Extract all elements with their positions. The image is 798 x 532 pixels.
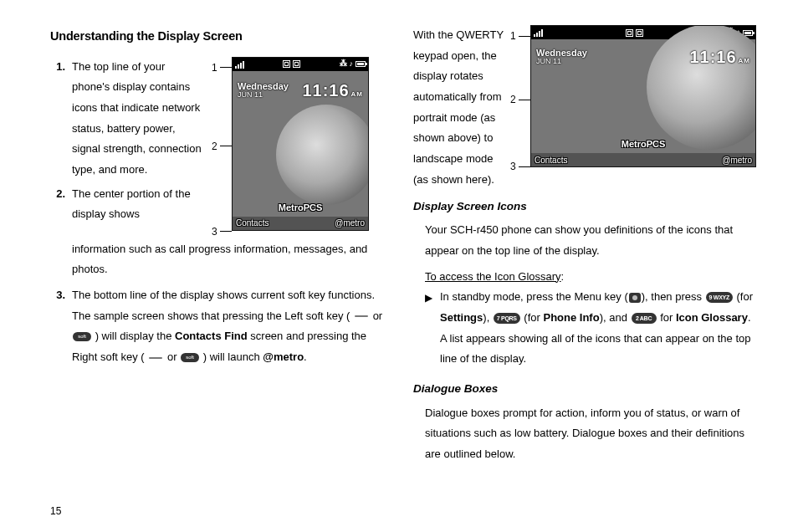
status-bar: ⁂ ♪ <box>233 58 368 71</box>
list-item: 3. The bottom line of the display shows … <box>50 285 390 368</box>
list-number: 3. <box>50 285 72 368</box>
step-item: ▶ In standby mode, press the Menu key ()… <box>425 287 756 370</box>
figure-landscape-phone: 1 2 3 ⁂ ♪ <box>510 25 756 174</box>
date: JUN 11 <box>536 58 587 66</box>
battery-icon <box>356 61 366 67</box>
bluetooth-icon: ⁂ <box>340 57 347 71</box>
day-of-week: Wednesday <box>238 81 289 91</box>
softkey-pill-icon: soft <box>181 353 199 362</box>
callout-label: 1 <box>510 27 517 46</box>
step-text: In standby mode, press the Menu key (), … <box>440 287 756 370</box>
right-softkey-label: @metro <box>335 215 365 231</box>
signal-icon <box>534 28 543 37</box>
signal-icon <box>235 60 244 69</box>
bold-atmetro: @metro <box>263 350 304 363</box>
softkey-line-icon <box>149 357 162 359</box>
body-text: Your SCH-r450 phone can show you definit… <box>425 220 756 261</box>
figure-portrait-phone: 1 2 3 ⁂ ♪ <box>212 57 390 239</box>
clock: 11:16AM <box>302 74 363 106</box>
clock: 11:16AM <box>689 41 750 73</box>
link-icon-glossary: To access the Icon Glossary <box>425 270 561 283</box>
date: JUN 11 <box>238 91 289 100</box>
subheading-dialogue-boxes: Dialogue Boxes <box>413 378 756 400</box>
softkey-pill-icon: soft <box>73 332 91 341</box>
callout-label: 3 <box>212 223 218 242</box>
list-text: The center portion of the display shows <box>72 184 205 225</box>
callout-label: 2 <box>212 137 218 156</box>
softkey-line-icon <box>355 315 368 317</box>
subheading-display-screen-icons: Display Screen Icons <box>413 196 756 217</box>
right-softkey-label: @metro <box>722 152 752 168</box>
status-icon <box>283 60 290 68</box>
carrier-label: MetroPCS <box>233 199 368 217</box>
sound-icon: ♪ <box>350 57 354 71</box>
body-text: Dialogue boxes prompt for action, inform… <box>425 403 756 465</box>
carrier-label: MetroPCS <box>531 136 755 153</box>
status-icon <box>293 60 300 68</box>
callout-label: 2 <box>510 90 517 110</box>
list-item-continuation: information such as call progress inform… <box>50 239 390 280</box>
status-icon <box>636 29 643 37</box>
bold-settings: Settings <box>440 311 483 324</box>
list-item: 2. The center portion of the display sho… <box>50 184 205 225</box>
list-text: information such as call progress inform… <box>72 239 390 280</box>
left-softkey-label: Contacts <box>535 152 567 168</box>
status-icon <box>626 29 633 37</box>
list-number: 2. <box>50 184 72 225</box>
heading-understanding: Understanding the Display Screen <box>50 25 390 49</box>
list-item: 1. The top line of your phone's display … <box>50 57 205 181</box>
phone-screen-landscape: ⁂ ♪ Wednesday JUN 11 11:16AM MetroPCS <box>530 25 756 167</box>
list-text: The top line of your phone's display con… <box>72 57 205 181</box>
left-column: Understanding the Display Screen 1. The … <box>50 25 390 489</box>
wallpaper-face <box>276 105 369 205</box>
qwerty-note: With the QWERTY keypad open, the display… <box>413 25 504 191</box>
arrow-bullet-icon: ▶ <box>425 287 440 370</box>
bold-phone-info: Phone Info <box>543 311 599 324</box>
key-9-icon: 9 WXYZ <box>706 292 733 303</box>
phone-screen-portrait: ⁂ ♪ Wednesday JUN 11 11:16AM MetroPCS <box>232 57 369 231</box>
page-number: 15 <box>50 505 61 517</box>
callout-label: 3 <box>510 157 517 176</box>
callout-label: 1 <box>212 59 218 78</box>
key-2-icon: 2 ABC <box>632 313 657 324</box>
list-text: The bottom line of the display shows cur… <box>72 285 390 368</box>
left-softkey-label: Contacts <box>236 215 269 231</box>
bold-contacts-find: Contacts Find <box>175 330 248 342</box>
right-column: With the QWERTY keypad open, the display… <box>413 25 756 489</box>
bold-icon-glossary: Icon Glossary <box>676 311 748 324</box>
key-7-icon: 7 PQRS <box>494 313 520 324</box>
menu-key-icon <box>629 293 641 303</box>
list-number: 1. <box>50 57 72 181</box>
